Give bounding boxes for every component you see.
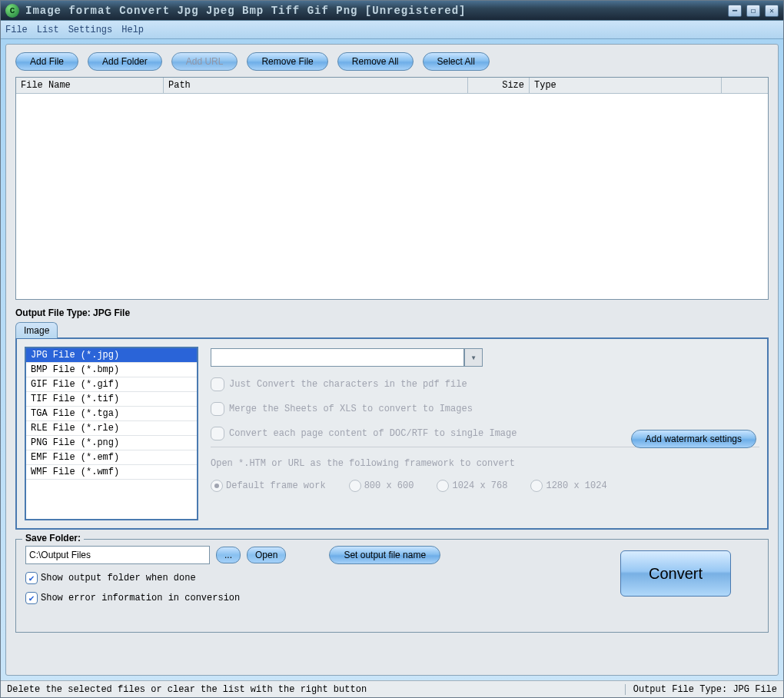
output-file-type-label: Output File Type: JPG File bbox=[15, 307, 769, 318]
menu-help[interactable]: Help bbox=[121, 25, 144, 35]
checkbox-merge-xls bbox=[211, 402, 224, 416]
maximize-button[interactable]: ◻ bbox=[746, 5, 760, 17]
menu-settings[interactable]: Settings bbox=[68, 25, 113, 35]
format-png[interactable]: PNG File (*.png) bbox=[26, 436, 197, 450]
radio-default-framework bbox=[211, 480, 223, 492]
format-rle[interactable]: RLE File (*.rle) bbox=[26, 421, 197, 436]
radio-1024x768 bbox=[437, 480, 449, 492]
toolbar: Add File Add Folder Add URL Remove File … bbox=[15, 52, 769, 71]
column-size[interactable]: Size bbox=[468, 78, 530, 93]
format-tif[interactable]: TIF File (*.tif) bbox=[26, 392, 197, 407]
checkbox-show-output-folder[interactable]: ✔ bbox=[25, 572, 38, 584]
menu-file[interactable]: File bbox=[5, 25, 28, 35]
column-file-name[interactable]: File Name bbox=[16, 78, 164, 93]
format-bmp[interactable]: BMP File (*.bmp) bbox=[26, 363, 197, 377]
status-bar: Delete the selected files or clear the l… bbox=[1, 680, 783, 697]
label-1024x768: 1024 x 768 bbox=[452, 480, 507, 491]
save-folder-panel: Save Folder: ... Open Set output file na… bbox=[15, 539, 769, 633]
options-dropdown[interactable]: ▾ bbox=[211, 348, 759, 367]
label-default-framework: Default frame work bbox=[226, 480, 326, 491]
menu-list[interactable]: List bbox=[37, 25, 59, 35]
format-wmf[interactable]: WMF File (*.wmf) bbox=[26, 465, 197, 480]
select-all-button[interactable]: Select All bbox=[423, 52, 490, 71]
remove-all-button[interactable]: Remove All bbox=[337, 52, 414, 71]
checkbox-show-error-info[interactable]: ✔ bbox=[25, 592, 38, 604]
label-800x600: 800 x 600 bbox=[364, 480, 414, 491]
checkbox-pdf-chars bbox=[211, 377, 224, 391]
format-tga[interactable]: TGA File (*.tga) bbox=[26, 407, 197, 421]
convert-button[interactable]: Convert bbox=[620, 550, 731, 597]
chevron-down-icon[interactable]: ▾ bbox=[464, 348, 483, 367]
file-list[interactable]: File Name Path Size Type bbox=[15, 77, 769, 300]
add-folder-button[interactable]: Add Folder bbox=[88, 52, 162, 71]
format-emf[interactable]: EMF File (*.emf) bbox=[26, 450, 197, 465]
title-bar: C Image format Convert Jpg Jpeg Bmp Tiff… bbox=[1, 1, 783, 21]
save-folder-legend: Save Folder: bbox=[22, 533, 84, 543]
close-button[interactable]: ✕ bbox=[765, 5, 779, 17]
browse-button[interactable]: ... bbox=[216, 547, 241, 563]
save-path-input[interactable] bbox=[25, 546, 210, 564]
column-path[interactable]: Path bbox=[164, 78, 468, 93]
menu-bar: File List Settings Help bbox=[1, 21, 783, 39]
set-output-filename-button[interactable]: Set output file name bbox=[329, 546, 440, 564]
open-folder-button[interactable]: Open bbox=[247, 547, 286, 563]
label-merge-xls: Merge the Sheets of XLS to convert to Im… bbox=[229, 404, 473, 414]
checkbox-each-page bbox=[211, 427, 224, 440]
window-title: Image format Convert Jpg Jpeg Bmp Tiff G… bbox=[25, 5, 728, 17]
app-logo-icon: C bbox=[5, 4, 19, 18]
add-url-button: Add URL bbox=[171, 52, 238, 71]
radio-1280x1024 bbox=[530, 480, 543, 492]
format-gif[interactable]: GIF File (*.gif) bbox=[26, 377, 197, 392]
label-show-output-folder: Show output folder when done bbox=[41, 573, 196, 583]
label-pdf-chars: Just Convert the characters in the pdf f… bbox=[229, 379, 467, 390]
label-show-error-info: Show error information in conversion bbox=[41, 593, 240, 603]
tab-image[interactable]: Image bbox=[15, 322, 58, 338]
label-1280x1024: 1280 x 1024 bbox=[546, 480, 606, 491]
add-watermark-button[interactable]: Add watermark settings bbox=[631, 430, 756, 448]
status-output-type: Output File Type: JPG File bbox=[625, 684, 777, 695]
image-format-panel: JPG File (*.jpg) BMP File (*.bmp) GIF Fi… bbox=[15, 337, 769, 530]
format-list[interactable]: JPG File (*.jpg) BMP File (*.bmp) GIF Fi… bbox=[25, 347, 198, 520]
column-spacer bbox=[722, 78, 768, 93]
add-file-button[interactable]: Add File bbox=[15, 52, 78, 71]
framework-label: Open *.HTM or URL as the following frame… bbox=[211, 458, 759, 469]
format-jpg[interactable]: JPG File (*.jpg) bbox=[26, 348, 197, 363]
remove-file-button[interactable]: Remove File bbox=[247, 52, 327, 71]
file-list-header: File Name Path Size Type bbox=[16, 78, 768, 94]
radio-800x600 bbox=[349, 480, 361, 492]
status-hint: Delete the selected files or clear the l… bbox=[7, 684, 625, 695]
minimize-button[interactable]: ━ bbox=[728, 5, 742, 17]
column-type[interactable]: Type bbox=[530, 78, 722, 93]
options-dropdown-input[interactable] bbox=[211, 348, 464, 367]
label-each-page: Convert each page content of DOC/RTF to … bbox=[229, 428, 517, 439]
